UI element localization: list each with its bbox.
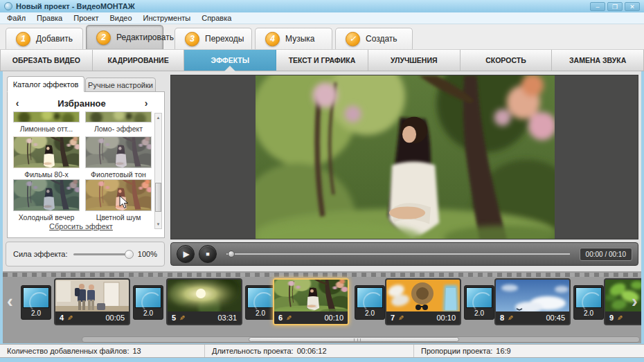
transition-thumb <box>466 287 492 308</box>
tab-text-graphics[interactable]: ТЕКСТ И ГРАФИКА <box>276 50 368 71</box>
tab-enhancements[interactable]: УЛУЧШЕНИЯ <box>368 50 460 71</box>
menu-tools[interactable]: Инструменты <box>143 14 191 22</box>
edit-pencil-icon[interactable]: ✎ <box>179 314 185 322</box>
app-icon <box>4 2 12 10</box>
transition-item[interactable]: 2.0 <box>464 285 494 320</box>
tab-effects[interactable]: ЭФФЕКТЫ <box>184 50 276 71</box>
step-label-edit: Редактировать <box>116 33 174 42</box>
status-aspect-ratio: Пропорции проекта: 16:9 <box>414 345 518 357</box>
category-next-icon[interactable]: › <box>137 98 155 109</box>
reset-effect-link[interactable]: Сбросить эффект <box>8 222 154 230</box>
timeline-clip-7[interactable]: 7 ✎ 00:10 <box>385 278 461 325</box>
effect-item[interactable]: Холодный вечер <box>13 179 80 221</box>
step-tab-transitions[interactable]: 3 Переходы <box>175 28 252 49</box>
effect-strength-label: Сила эффекта: <box>13 250 68 258</box>
menu-bar: Файл Правка Проект Видео Инструменты Спр… <box>0 12 644 24</box>
edit-pencil-icon[interactable]: ✎ <box>67 314 73 322</box>
status-duration-value: 00:06:12 <box>297 347 327 355</box>
clip-number: 5 <box>172 314 176 322</box>
effect-label: Фиолетовый тон <box>85 170 152 179</box>
category-title: Избранное <box>26 98 137 109</box>
minimize-button[interactable]: – <box>590 2 605 11</box>
clip-number: 6 <box>278 314 283 322</box>
transition-item[interactable]: 2.0 <box>355 285 385 320</box>
menu-project[interactable]: Проект <box>73 14 98 22</box>
step-label-add: Добавить <box>36 34 73 44</box>
transition-item[interactable]: 2.0 <box>21 285 51 320</box>
timeline-scroll-left-icon[interactable]: ‹ <box>7 291 13 312</box>
active-tab-notch <box>224 66 235 71</box>
edit-pencil-icon[interactable]: ✎ <box>617 314 623 322</box>
status-aspect-value: 16:9 <box>496 347 510 355</box>
timeline-clip-8[interactable]: 8 ✎ 00:45 <box>494 278 571 325</box>
status-project-duration: Длительность проекта: 00:06:12 <box>205 345 414 357</box>
step-label-transitions: Переходы <box>205 34 244 44</box>
transition-thumb <box>135 287 161 308</box>
tab-manual-settings[interactable]: Ручные настройки <box>85 78 156 92</box>
tab-crop[interactable]: КАДРИРОВАНИЕ <box>93 50 185 71</box>
filmstrip-perforations <box>3 273 641 277</box>
play-button[interactable]: ▶ <box>177 245 195 263</box>
edit-pencil-icon[interactable]: ✎ <box>286 314 292 322</box>
step-tab-edit[interactable]: 2 Редактировать <box>86 25 163 49</box>
hscroll-track[interactable] <box>82 336 640 343</box>
transition-item[interactable]: 2.0 <box>245 285 276 320</box>
timeline: ‹ 2.0 4 ✎ 00:05 2.0 5 ✎ 03:31 2.0 6 ✎ 00 <box>3 271 641 336</box>
status-aspect-label: Пропорции проекта: <box>421 347 492 355</box>
content-area: Каталог эффектов Ручные настройки ‹ Избр… <box>3 71 641 271</box>
seek-thumb[interactable] <box>228 251 235 257</box>
step-tab-add[interactable]: 1 Добавить <box>6 28 83 49</box>
stop-button[interactable]: ■ <box>199 245 217 263</box>
effects-catalog-panel: ‹ Избранное › Лимонные отт... Ломо- эффе… <box>7 91 165 238</box>
effects-scrollbar[interactable]: ▲ ▼ <box>154 113 162 229</box>
edit-pencil-icon[interactable]: ✎ <box>398 314 404 322</box>
menu-help[interactable]: Справка <box>202 14 231 22</box>
maximize-button[interactable]: ❐ <box>607 2 623 11</box>
tab-effects-catalog[interactable]: Каталог эффектов <box>7 76 84 92</box>
status-files-value: 13 <box>132 347 141 355</box>
status-files-label: Количество добавленных файлов: <box>7 347 129 355</box>
transition-thumb <box>357 287 383 308</box>
clip-duration: 00:10 <box>324 314 343 322</box>
effect-item[interactable]: Цветной шум <box>85 179 152 221</box>
effect-label: Холодный вечер <box>13 213 80 221</box>
effect-label: Ломо- эффект <box>85 125 152 133</box>
tab-speed[interactable]: СКОРОСТЬ <box>460 50 553 71</box>
tab-trim-video[interactable]: ОБРЕЗАТЬ ВИДЕО <box>0 50 93 71</box>
scrollbar-thumb[interactable] <box>155 183 161 212</box>
effect-item[interactable]: Фиолетовый тон <box>85 136 152 179</box>
clip-number: 9 <box>609 314 614 322</box>
tab-audio-replace[interactable]: ЗАМЕНА ЗВУКА <box>552 50 644 71</box>
seek-track[interactable] <box>226 253 570 255</box>
category-prev-icon[interactable]: ‹ <box>8 98 26 109</box>
transition-item[interactable]: 2.0 <box>133 285 163 320</box>
tab-effects-label: ЭФФЕКТЫ <box>211 56 249 64</box>
timeline-clip-4[interactable]: 4 ✎ 00:05 <box>54 278 130 325</box>
title-bar: Новый проект - ВидеоМОНТАЖ – ❐ ✕ <box>0 0 644 12</box>
hscroll-thumb[interactable] <box>249 337 459 342</box>
menu-edit[interactable]: Правка <box>37 14 62 22</box>
scroll-down-icon[interactable]: ▼ <box>156 220 161 228</box>
seek-slider[interactable] <box>226 249 570 259</box>
effect-item[interactable]: Фильмы 80-х <box>13 136 80 179</box>
close-button[interactable]: ✕ <box>625 2 640 11</box>
step-tab-create[interactable]: ✓ Создать <box>335 28 413 49</box>
clip-number: 4 <box>60 314 64 322</box>
timeline-clip-6-selected[interactable]: 6 ✎ 00:10 <box>273 278 349 325</box>
timeline-scroll-right-icon[interactable]: › <box>632 291 638 312</box>
step-tab-music[interactable]: 4 Музыка <box>255 28 332 49</box>
menu-video[interactable]: Видео <box>109 14 132 22</box>
edit-pencil-icon[interactable]: ✎ <box>508 314 513 322</box>
effect-item[interactable]: Лимонные отт... <box>13 111 80 133</box>
transition-item[interactable]: 2.0 <box>573 285 604 320</box>
clip-number: 8 <box>500 314 504 322</box>
timeline-clip-5[interactable]: 5 ✎ 03:31 <box>166 278 242 325</box>
scroll-up-icon[interactable]: ▲ <box>156 114 161 122</box>
step-badge-1: 1 <box>16 32 30 46</box>
slider-thumb[interactable] <box>125 250 134 259</box>
effect-strength-box: Сила эффекта: 100% <box>6 242 165 266</box>
effect-item[interactable]: Ломо- эффект <box>85 111 152 133</box>
playback-bar: ▶ ■ 00:00 / 00:10 <box>170 242 638 266</box>
menu-file[interactable]: Файл <box>7 14 26 22</box>
effect-strength-slider[interactable] <box>73 253 132 255</box>
